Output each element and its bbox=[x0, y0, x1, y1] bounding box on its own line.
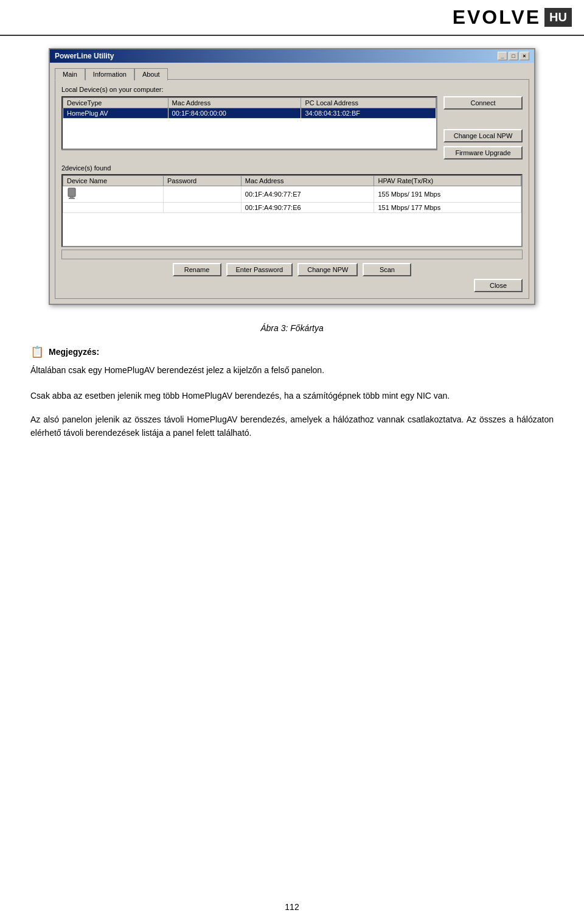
tab-main-content: Local Device(s) on your computer: Device… bbox=[55, 79, 529, 299]
lower-panel: Device Name Password Mac Address HPAV Ra… bbox=[61, 174, 523, 276]
figure-caption: Ábra 3: Főkártya bbox=[260, 323, 324, 333]
cell-rate-1: 155 Mbps/ 191 Mbps bbox=[374, 186, 521, 203]
dialog-titlebar: PowerLine Utility _ □ × bbox=[50, 49, 534, 63]
cell-mac-2: 00:1F:A4:90:77:E6 bbox=[241, 203, 374, 213]
cell-mac-address: 00:1F:84:00:00:00 bbox=[168, 108, 301, 119]
col-mac-address-lower: Mac Address bbox=[241, 176, 374, 186]
powerline-utility-dialog: PowerLine Utility _ □ × Main Information… bbox=[49, 48, 535, 305]
col-pc-local-address: PC Local Address bbox=[301, 98, 436, 108]
upper-right-buttons: Connect Change Local NPW Firmware Upgrad… bbox=[443, 96, 523, 159]
lower-scrollbar[interactable] bbox=[61, 250, 523, 259]
remote-devices-table: Device Name Password Mac Address HPAV Ra… bbox=[63, 175, 521, 213]
note-title-text: Megjegyzés: bbox=[49, 347, 99, 357]
upper-table-area: DeviceType Mac Address PC Local Address … bbox=[61, 96, 437, 159]
remote-devices-table-container: Device Name Password Mac Address HPAV Ra… bbox=[61, 174, 523, 247]
note-icon: 📋 bbox=[30, 345, 44, 359]
col-mac-address: Mac Address bbox=[168, 98, 301, 108]
paragraph-2: Az alsó panelon jelenik az összes távoli… bbox=[30, 413, 554, 440]
cell-mac-1: 00:1F:A4:90:77:E7 bbox=[241, 186, 374, 203]
note-section: 📋 Megjegyzés: Általában csak egy HomePlu… bbox=[30, 345, 554, 377]
col-device-name: Device Name bbox=[63, 176, 164, 186]
cell-pc-local-address: 34:08:04:31:02:BF bbox=[301, 108, 436, 119]
window-close-button[interactable]: × bbox=[520, 52, 529, 60]
tab-information[interactable]: Information bbox=[85, 68, 134, 80]
dialog-tabs: Main Information About bbox=[55, 68, 529, 80]
cell-device-name-1 bbox=[63, 186, 164, 203]
logo-evolve: EVOLVE bbox=[453, 6, 541, 29]
firmware-upgrade-button[interactable]: Firmware Upgrade bbox=[443, 146, 523, 159]
dialog-body: Main Information About Local Device(s) o… bbox=[50, 63, 534, 304]
scan-button[interactable]: Scan bbox=[363, 263, 411, 276]
change-npw-button[interactable]: Change NPW bbox=[297, 263, 358, 276]
maximize-button[interactable]: □ bbox=[509, 52, 518, 60]
cell-rate-2: 151 Mbps/ 177 Mbps bbox=[374, 203, 521, 213]
local-device-row[interactable]: HomePlug AV 00:1F:84:00:00:00 34:08:04:3… bbox=[63, 108, 436, 119]
tab-about[interactable]: About bbox=[134, 68, 168, 80]
cell-device-name-2 bbox=[63, 203, 164, 213]
upper-panel: DeviceType Mac Address PC Local Address … bbox=[61, 96, 523, 159]
col-hpav-rate: HPAV Rate(Tx/Rx) bbox=[374, 176, 521, 186]
local-devices-table-container: DeviceType Mac Address PC Local Address … bbox=[61, 96, 437, 150]
page-number: 112 bbox=[273, 890, 311, 924]
devices-found-label: 2device(s) found bbox=[61, 164, 523, 172]
svg-rect-0 bbox=[68, 188, 75, 197]
titlebar-buttons: _ □ × bbox=[498, 52, 529, 60]
device-icon-1 bbox=[67, 187, 77, 200]
cell-device-type: HomePlug AV bbox=[63, 108, 169, 119]
close-row: Close bbox=[61, 279, 523, 292]
change-local-npw-button[interactable]: Change Local NPW bbox=[443, 129, 523, 142]
logo-hu: HU bbox=[544, 8, 572, 27]
col-device-type: DeviceType bbox=[63, 98, 169, 108]
cell-password-1 bbox=[163, 186, 241, 203]
tab-main[interactable]: Main bbox=[55, 68, 85, 80]
enter-password-button[interactable]: Enter Password bbox=[226, 263, 293, 276]
note-title: 📋 Megjegyzés: bbox=[30, 345, 554, 359]
dialog-title: PowerLine Utility bbox=[55, 52, 114, 60]
connect-button[interactable]: Connect bbox=[443, 96, 523, 110]
col-password: Password bbox=[163, 176, 241, 186]
bottom-action-buttons: Rename Enter Password Change NPW Scan bbox=[61, 263, 523, 276]
rename-button[interactable]: Rename bbox=[173, 263, 221, 276]
remote-device-row-2[interactable]: 00:1F:A4:90:77:E6 151 Mbps/ 177 Mbps bbox=[63, 203, 521, 213]
minimize-button[interactable]: _ bbox=[498, 52, 507, 60]
note-text: Általában csak egy HomePlugAV berendezés… bbox=[30, 363, 554, 377]
local-devices-table: DeviceType Mac Address PC Local Address … bbox=[63, 97, 436, 119]
main-content: PowerLine Utility _ □ × Main Information… bbox=[30, 48, 554, 450]
page-header: EVOLVE HU bbox=[0, 0, 584, 36]
paragraph-1: Csak abba az esetben jelenik meg több Ho… bbox=[30, 389, 554, 402]
svg-rect-2 bbox=[69, 198, 75, 199]
cell-password-2 bbox=[163, 203, 241, 213]
remote-device-row-1[interactable]: 00:1F:A4:90:77:E7 155 Mbps/ 191 Mbps bbox=[63, 186, 521, 203]
close-button[interactable]: Close bbox=[474, 279, 523, 292]
section-label: Local Device(s) on your computer: bbox=[61, 86, 523, 93]
upper-scrollbar[interactable] bbox=[61, 150, 437, 159]
